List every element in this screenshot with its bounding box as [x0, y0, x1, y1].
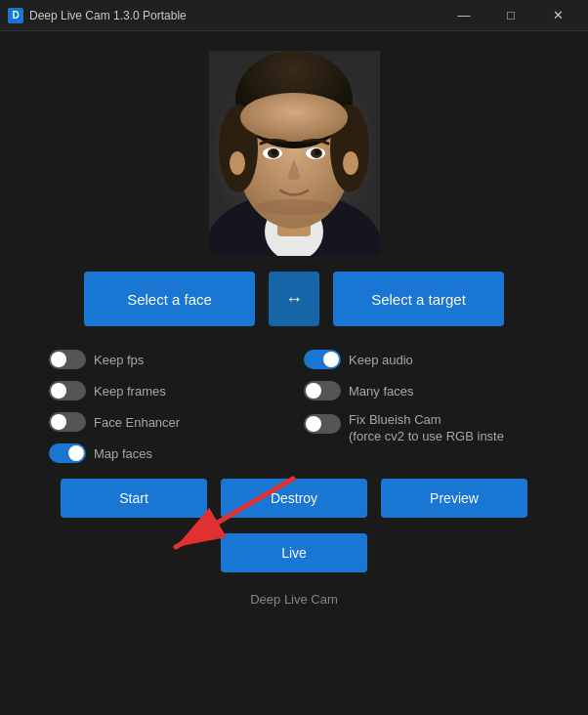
- toggles-right-col: Keep audio Many faces Fix Blueish Cam(fo…: [304, 350, 539, 463]
- app-icon: D: [8, 8, 23, 23]
- keep-frames-row: Keep frames: [49, 381, 284, 400]
- keep-frames-toggle[interactable]: [49, 381, 86, 400]
- face-image: [209, 51, 380, 256]
- minimize-button[interactable]: —: [441, 0, 486, 31]
- keep-audio-knob: [323, 352, 339, 367]
- keep-frames-label: Keep frames: [94, 384, 166, 399]
- fix-blueish-knob: [306, 416, 321, 432]
- svg-point-14: [315, 149, 320, 155]
- live-row: Live: [221, 533, 367, 572]
- app-title: Deep Live Cam 1.3.0 Portable: [29, 9, 187, 22]
- live-button[interactable]: Live: [221, 533, 367, 572]
- window-controls: — □ ✕: [441, 0, 580, 31]
- action-row-1: Start Destroy Preview: [39, 479, 549, 518]
- face-image-area: [209, 51, 380, 256]
- keep-fps-label: Keep fps: [94, 353, 144, 367]
- fix-blueish-row: Fix Blueish Cam(force cv2 to use RGB ins…: [304, 412, 539, 445]
- map-faces-toggle[interactable]: [49, 443, 86, 463]
- many-faces-label: Many faces: [349, 384, 413, 399]
- footer: Deep Live Cam: [250, 592, 338, 607]
- preview-button[interactable]: Preview: [381, 479, 527, 518]
- keep-audio-label: Keep audio: [349, 353, 413, 367]
- swap-button[interactable]: ↔: [269, 272, 319, 326]
- map-faces-row: Map faces: [49, 443, 284, 463]
- select-target-button[interactable]: Select a target: [333, 272, 504, 326]
- keep-audio-row: Keep audio: [304, 350, 539, 369]
- svg-point-13: [272, 149, 277, 155]
- face-enhancer-knob: [51, 414, 66, 430]
- face-enhancer-toggle[interactable]: [49, 412, 86, 432]
- title-bar-left: D Deep Live Cam 1.3.0 Portable: [8, 8, 187, 23]
- svg-point-17: [255, 199, 333, 215]
- keep-audio-toggle[interactable]: [304, 350, 341, 369]
- map-faces-knob: [68, 445, 84, 461]
- destroy-button[interactable]: Destroy: [221, 479, 367, 518]
- keep-fps-row: Keep fps: [49, 350, 284, 369]
- start-button[interactable]: Start: [61, 479, 207, 518]
- title-bar: D Deep Live Cam 1.3.0 Portable — □ ✕: [0, 0, 588, 31]
- map-faces-label: Map faces: [94, 446, 152, 461]
- buttons-row: Select a face ↔ Select a target: [39, 272, 549, 326]
- svg-point-15: [230, 151, 245, 175]
- many-faces-knob: [306, 383, 321, 399]
- many-faces-row: Many faces: [304, 381, 539, 400]
- keep-fps-knob: [51, 352, 66, 367]
- many-faces-toggle[interactable]: [304, 381, 341, 400]
- maximize-button[interactable]: □: [488, 0, 533, 31]
- keep-fps-toggle[interactable]: [49, 350, 86, 369]
- footer-text: Deep Live Cam: [250, 592, 338, 607]
- keep-frames-knob: [51, 383, 66, 399]
- fix-blueish-toggle[interactable]: [304, 414, 341, 434]
- face-enhancer-label: Face Enhancer: [94, 415, 180, 430]
- toggles-left-col: Keep fps Keep frames Face Enhancer Map f…: [49, 350, 284, 463]
- toggles-section: Keep fps Keep frames Face Enhancer Map f…: [39, 350, 549, 463]
- svg-point-16: [343, 151, 358, 175]
- svg-point-8: [240, 93, 348, 142]
- main-content: Select a face ↔ Select a target Keep fps…: [0, 31, 588, 626]
- select-face-button[interactable]: Select a face: [84, 272, 255, 326]
- face-enhancer-row: Face Enhancer: [49, 412, 284, 432]
- close-button[interactable]: ✕: [535, 0, 580, 31]
- fix-blueish-label: Fix Blueish Cam(force cv2 to use RGB ins…: [349, 412, 504, 445]
